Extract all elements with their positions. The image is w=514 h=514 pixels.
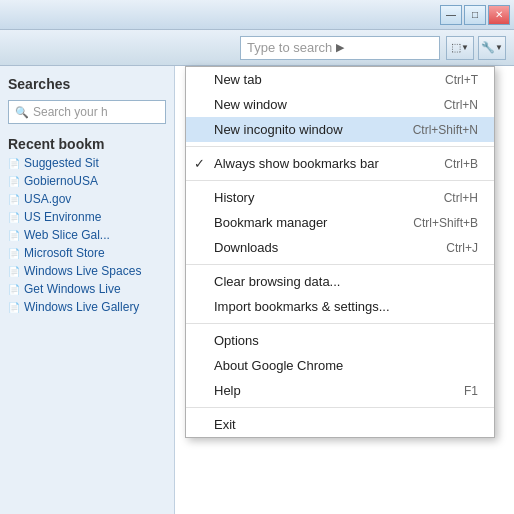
title-bar-buttons: — □ ✕ <box>440 5 510 25</box>
bookmark-manager-label: Bookmark manager <box>214 215 327 230</box>
new-incognito-label: New incognito window <box>214 122 343 137</box>
bookmark-icon: 📄 <box>8 194 20 205</box>
menu-item-options[interactable]: Options <box>186 328 494 353</box>
menu-item-import-bookmarks[interactable]: Import bookmarks & settings... <box>186 294 494 319</box>
menu-item-downloads[interactable]: Downloads Ctrl+J <box>186 235 494 260</box>
list-item[interactable]: 📄 GobiernoUSA <box>8 172 167 190</box>
wrench-menu-button[interactable]: 🔧 ▼ <box>478 36 506 60</box>
about-chrome-label: About Google Chrome <box>214 358 343 373</box>
bookmark-icon: 📄 <box>8 248 20 259</box>
new-tab-label: New tab <box>214 72 262 87</box>
help-label: Help <box>214 383 241 398</box>
separator-2 <box>186 180 494 181</box>
list-item[interactable]: 📄 USA.gov <box>8 190 167 208</box>
new-window-shortcut: Ctrl+N <box>444 98 478 112</box>
history-shortcut: Ctrl+H <box>444 191 478 205</box>
search-arrow-icon: ▶ <box>336 41 344 54</box>
browser-window: — □ ✕ Type to search ▶ ⬚ ▼ 🔧 ▼ Sear <box>0 0 514 514</box>
bookmark-label: Web Slice Gal... <box>24 228 110 242</box>
chrome-menu-dropdown: New tab Ctrl+T New window Ctrl+N New inc… <box>185 66 495 438</box>
separator-4 <box>186 323 494 324</box>
import-bookmarks-label: Import bookmarks & settings... <box>214 299 390 314</box>
help-shortcut: F1 <box>464 384 478 398</box>
menu-item-new-window[interactable]: New window Ctrl+N <box>186 92 494 117</box>
address-search-box[interactable]: Type to search ▶ <box>240 36 440 60</box>
list-item[interactable]: 📄 Suggested Sit <box>8 154 167 172</box>
menu-item-help[interactable]: Help F1 <box>186 378 494 403</box>
menu-item-history[interactable]: History Ctrl+H <box>186 185 494 210</box>
checkmark-icon: ✓ <box>194 156 205 171</box>
list-item[interactable]: 📄 Windows Live Spaces <box>8 262 167 280</box>
new-window-label: New window <box>214 97 287 112</box>
maximize-button[interactable]: □ <box>464 5 486 25</box>
list-item[interactable]: 📄 US Environme <box>8 208 167 226</box>
bookmark-icon: 📄 <box>8 266 20 277</box>
menu-item-new-incognito[interactable]: New incognito window Ctrl+Shift+N <box>186 117 494 142</box>
bookmark-icon: 📄 <box>8 284 20 295</box>
menu-item-new-tab[interactable]: New tab Ctrl+T <box>186 67 494 92</box>
clear-browsing-label: Clear browsing data... <box>214 274 340 289</box>
page-icon: ⬚ <box>451 41 461 54</box>
bookmark-icon: 📄 <box>8 158 20 169</box>
bookmarks-overlay: 📄 Suggested Sit 📄 GobiernoUSA 📄 USA.gov … <box>0 66 175 324</box>
chevron-down-icon: ▼ <box>461 43 469 52</box>
menu-item-about-chrome[interactable]: About Google Chrome <box>186 353 494 378</box>
options-label: Options <box>214 333 259 348</box>
bookmark-manager-shortcut: Ctrl+Shift+B <box>413 216 478 230</box>
bookmark-label: Suggested Sit <box>24 156 99 170</box>
list-item[interactable]: 📄 Microsoft Store <box>8 244 167 262</box>
page-menu-button[interactable]: ⬚ ▼ <box>446 36 474 60</box>
bookmark-label: GobiernoUSA <box>24 174 98 188</box>
bookmark-label: USA.gov <box>24 192 71 206</box>
history-label: History <box>214 190 254 205</box>
bookmark-icon: 📄 <box>8 230 20 241</box>
title-bar: — □ ✕ <box>0 0 514 30</box>
list-item[interactable]: 📄 Web Slice Gal... <box>8 226 167 244</box>
bookmark-icon: 📄 <box>8 212 20 223</box>
always-show-bookmarks-label: Always show bookmarks bar <box>214 156 379 171</box>
new-incognito-shortcut: Ctrl+Shift+N <box>413 123 478 137</box>
bookmark-icon: 📄 <box>8 302 20 313</box>
menu-item-bookmark-manager[interactable]: Bookmark manager Ctrl+Shift+B <box>186 210 494 235</box>
bookmark-label: US Environme <box>24 210 101 224</box>
toolbar: Type to search ▶ ⬚ ▼ 🔧 ▼ <box>0 30 514 66</box>
wrench-icon: 🔧 <box>481 41 495 54</box>
separator-5 <box>186 407 494 408</box>
separator-1 <box>186 146 494 147</box>
new-tab-shortcut: Ctrl+T <box>445 73 478 87</box>
menu-item-exit[interactable]: Exit <box>186 412 494 437</box>
menu-item-always-show-bookmarks[interactable]: ✓ Always show bookmarks bar Ctrl+B <box>186 151 494 176</box>
bookmark-label: Windows Live Gallery <box>24 300 139 314</box>
search-placeholder-text: Type to search <box>247 40 332 55</box>
close-button[interactable]: ✕ <box>488 5 510 25</box>
list-item[interactable]: 📄 Get Windows Live <box>8 280 167 298</box>
exit-label: Exit <box>214 417 236 432</box>
chevron-down-icon: ▼ <box>495 43 503 52</box>
always-show-bookmarks-shortcut: Ctrl+B <box>444 157 478 171</box>
bookmark-icon: 📄 <box>8 176 20 187</box>
bookmark-label: Get Windows Live <box>24 282 121 296</box>
bookmark-label: Windows Live Spaces <box>24 264 141 278</box>
minimize-button[interactable]: — <box>440 5 462 25</box>
bookmark-label: Microsoft Store <box>24 246 105 260</box>
menu-item-clear-browsing[interactable]: Clear browsing data... <box>186 269 494 294</box>
list-item[interactable]: 📄 Windows Live Gallery <box>8 298 167 316</box>
downloads-shortcut: Ctrl+J <box>446 241 478 255</box>
toolbar-icons: ⬚ ▼ 🔧 ▼ <box>446 36 506 60</box>
downloads-label: Downloads <box>214 240 278 255</box>
separator-3 <box>186 264 494 265</box>
